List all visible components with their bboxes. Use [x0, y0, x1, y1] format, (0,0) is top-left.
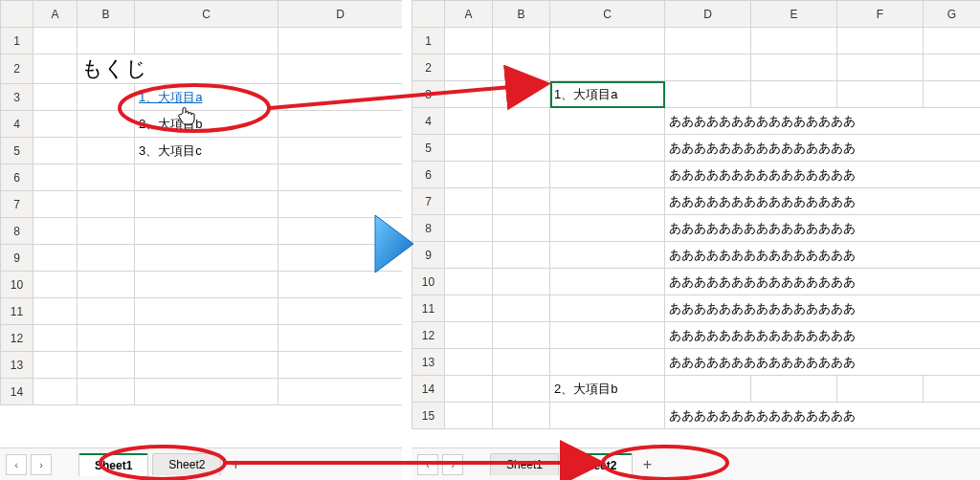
row-10[interactable]: 10 [1, 272, 33, 298]
row-8[interactable]: 8 [1, 218, 33, 245]
row-12[interactable]: 12 [412, 322, 445, 349]
row-9[interactable]: 9 [412, 242, 445, 269]
row-9[interactable]: 9 [1, 245, 33, 272]
excel-window-before: A B C D 1 2もくじ 3 1、大項目a 4 2、大項目b 5 3、大項目… [0, 0, 402, 480]
row-11[interactable]: 11 [1, 298, 33, 325]
toc-item-2[interactable]: 2、大項目b [135, 111, 278, 138]
body-text[interactable]: あああああああああああああああ [665, 135, 981, 162]
tabbar-right: ‹ › Sheet1 Sheet2 + [412, 447, 980, 480]
body-text[interactable]: あああああああああああああああ [665, 215, 981, 242]
col-D[interactable]: D [665, 1, 751, 28]
title-cell[interactable]: もくじ [78, 55, 278, 84]
row-13[interactable]: 13 [1, 352, 33, 379]
tab-sheet2[interactable]: Sheet2 [152, 453, 221, 475]
row-3[interactable]: 3 [1, 84, 33, 111]
row-3[interactable]: 3 [412, 81, 445, 108]
row-5[interactable]: 5 [1, 138, 33, 164]
select-all[interactable] [412, 1, 445, 28]
row-13[interactable]: 13 [412, 349, 445, 376]
row-2[interactable]: 2 [1, 55, 33, 84]
tab-sheet1[interactable]: Sheet1 [490, 453, 559, 475]
row-1[interactable]: 1 [412, 28, 445, 55]
col-E[interactable]: E [751, 1, 837, 28]
body-text[interactable]: あああああああああああああああ [665, 162, 981, 188]
row-4[interactable]: 4 [1, 111, 33, 138]
select-all[interactable] [1, 1, 33, 28]
row-8[interactable]: 8 [412, 215, 445, 242]
tab-sheet1[interactable]: Sheet1 [78, 453, 148, 476]
toc-item-3[interactable]: 3、大項目c [135, 138, 278, 164]
excel-window-after: A B C D E F G 1 2 3 1、大項目a 4ああああああああああああ… [412, 0, 980, 480]
add-sheet[interactable]: + [636, 456, 657, 473]
row-1[interactable]: 1 [1, 28, 33, 55]
body-text[interactable]: あああああああああああああああ [665, 322, 981, 349]
tab-next[interactable]: › [31, 454, 52, 475]
col-C[interactable]: C [550, 1, 665, 28]
tab-sheet2[interactable]: Sheet2 [563, 453, 633, 476]
body-text[interactable]: あああああああああああああああ [665, 269, 981, 295]
body-text[interactable]: あああああああああああああああ [665, 295, 981, 322]
row-10[interactable]: 10 [412, 269, 445, 295]
body-text[interactable]: あああああああああああああああ [665, 403, 981, 429]
row-7[interactable]: 7 [1, 191, 33, 218]
row-5[interactable]: 5 [412, 135, 445, 162]
row-15[interactable]: 15 [412, 403, 445, 429]
col-B[interactable]: B [78, 1, 135, 28]
col-G[interactable]: G [924, 1, 981, 28]
grid-right: A B C D E F G 1 2 3 1、大項目a 4ああああああああああああ… [412, 0, 980, 447]
heading-2[interactable]: 2、大項目b [550, 376, 665, 403]
col-B[interactable]: B [493, 1, 550, 28]
body-text[interactable]: あああああああああああああああ [665, 108, 981, 135]
row-7[interactable]: 7 [412, 188, 445, 215]
add-sheet[interactable]: + [225, 456, 246, 473]
row-6[interactable]: 6 [1, 164, 33, 191]
tab-next[interactable]: › [442, 454, 463, 475]
body-text[interactable]: あああああああああああああああ [665, 188, 981, 215]
tab-prev[interactable]: ‹ [417, 454, 438, 475]
row-14[interactable]: 14 [412, 376, 445, 403]
row-14[interactable]: 14 [1, 379, 33, 405]
tab-prev[interactable]: ‹ [6, 454, 27, 475]
body-text[interactable]: あああああああああああああああ [665, 349, 981, 376]
col-A[interactable]: A [445, 1, 493, 28]
col-C[interactable]: C [135, 1, 278, 28]
row-11[interactable]: 11 [412, 295, 445, 322]
row-12[interactable]: 12 [1, 325, 33, 352]
col-A[interactable]: A [33, 1, 78, 28]
grid-left: A B C D 1 2もくじ 3 1、大項目a 4 2、大項目b 5 3、大項目… [0, 0, 402, 447]
selected-cell[interactable]: 1、大項目a [550, 81, 665, 108]
col-D[interactable]: D [278, 1, 403, 28]
col-F[interactable]: F [837, 1, 924, 28]
body-text[interactable]: あああああああああああああああ [665, 242, 981, 269]
row-4[interactable]: 4 [412, 108, 445, 135]
row-6[interactable]: 6 [412, 162, 445, 188]
row-2[interactable]: 2 [412, 55, 445, 81]
tabbar-left: ‹ › Sheet1 Sheet2 + [0, 447, 402, 480]
toc-link-1[interactable]: 1、大項目a [135, 84, 278, 111]
